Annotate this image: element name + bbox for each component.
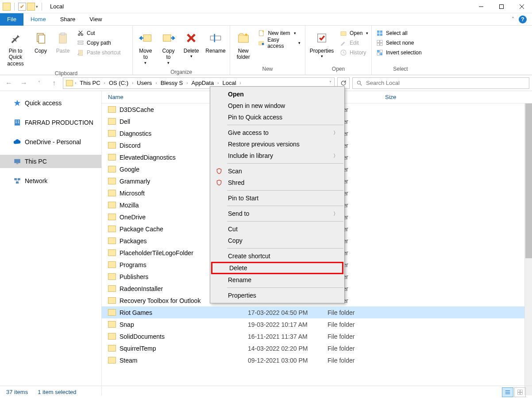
minimize-button[interactable] xyxy=(471,0,491,13)
ctx-pin-start[interactable]: Pin to Start xyxy=(210,192,344,204)
forward-button[interactable]: → xyxy=(18,77,30,89)
easy-access-button[interactable]: Easy access▾ xyxy=(255,38,303,48)
ctx-give-access[interactable]: Give access to〉 xyxy=(210,127,344,138)
ctx-open[interactable]: Open xyxy=(210,88,344,100)
ctx-properties[interactable]: Properties xyxy=(210,290,344,301)
svg-rect-60 xyxy=(520,392,523,394)
file-name: Mozilla xyxy=(120,202,139,209)
ctx-separator xyxy=(227,248,343,249)
ctx-pin-quick-access[interactable]: Pin to Quick access xyxy=(210,111,344,123)
copy-path-button[interactable]: Copy path xyxy=(74,38,123,48)
new-folder-button[interactable]: New folder xyxy=(232,28,254,61)
large-icons-view-button[interactable] xyxy=(514,387,526,397)
qat-properties-icon[interactable]: ✔ xyxy=(18,3,26,11)
folder-icon xyxy=(108,237,116,244)
tab-home[interactable]: Home xyxy=(23,13,53,26)
table-row[interactable]: Snap19-03-2022 10:17 AMFile folder xyxy=(102,318,532,330)
scroll-thumb[interactable] xyxy=(525,103,532,258)
ctx-rename[interactable]: Rename xyxy=(210,274,344,286)
breadcrumb[interactable]: Users xyxy=(135,80,154,86)
paste-shortcut-button[interactable]: Paste shortcut xyxy=(74,48,123,57)
address-dropdown-icon[interactable]: ˅ xyxy=(329,80,332,85)
delete-button[interactable]: Delete▾ xyxy=(180,28,202,60)
ribbon-group-label: Select xyxy=(373,64,428,75)
ribbon-group-clipboard: Pin to Quick access Copy Paste Cut Copy … xyxy=(0,26,133,75)
folder-icon xyxy=(108,333,116,340)
ctx-copy[interactable]: Copy xyxy=(210,235,344,246)
select-none-button[interactable]: Select none xyxy=(374,38,424,48)
back-button[interactable]: ← xyxy=(3,77,15,89)
select-all-button[interactable]: Select all xyxy=(374,28,424,38)
rename-button[interactable]: Rename xyxy=(203,28,228,55)
ctx-include-library[interactable]: Include in library〉 xyxy=(210,150,344,161)
folder-icon xyxy=(108,345,116,352)
paste-button[interactable]: Paste xyxy=(52,28,73,55)
scrollbar[interactable] xyxy=(524,103,532,395)
table-row[interactable]: Steam09-12-2021 03:00 PMFile folder xyxy=(102,354,532,366)
breadcrumb[interactable]: This PC xyxy=(78,80,102,86)
close-button[interactable] xyxy=(512,0,532,13)
folder-icon xyxy=(108,118,116,125)
ribbon-group-open: Properties▾ Open▾ Edit History Open xyxy=(305,26,372,75)
ctx-create-shortcut[interactable]: Create shortcut xyxy=(210,250,344,262)
ctx-send-to[interactable]: Send to〉 xyxy=(210,208,344,219)
properties-button[interactable]: Properties▾ xyxy=(307,28,336,60)
sidebar-item-this-pc[interactable]: This PC xyxy=(0,155,101,168)
qat-dropdown-icon[interactable]: ▾ xyxy=(36,4,38,9)
search-input[interactable]: Search Local xyxy=(352,77,529,89)
copy-to-button[interactable]: Copy to▾ xyxy=(158,28,180,66)
copy-button[interactable]: Copy xyxy=(30,28,51,55)
file-name: ElevatedDiagnostics xyxy=(120,154,176,161)
folder-icon xyxy=(108,261,116,268)
table-row[interactable]: SquirrelTemp14-03-2022 02:20 PMFile fold… xyxy=(102,342,532,354)
up-button[interactable]: ↑ xyxy=(48,77,60,89)
ctx-open-new-window[interactable]: Open in new window xyxy=(210,100,344,111)
ribbon-group-organize: Move to▾ Copy to▾ Delete▾ Rename Organiz… xyxy=(133,26,230,75)
ctx-restore-versions[interactable]: Restore previous versions xyxy=(210,138,344,150)
details-view-button[interactable] xyxy=(502,387,513,397)
svg-rect-19 xyxy=(210,36,220,40)
history-button[interactable]: History xyxy=(337,48,371,57)
tab-share[interactable]: Share xyxy=(53,13,83,26)
table-row[interactable]: SolidDocuments16-11-2021 11:37 AMFile fo… xyxy=(102,330,532,342)
qat-folder-icon[interactable] xyxy=(27,3,35,11)
maximize-button[interactable] xyxy=(491,0,512,13)
column-size[interactable]: Size xyxy=(385,94,532,100)
svg-rect-59 xyxy=(518,392,520,394)
sidebar-item-quick-access[interactable]: Quick access xyxy=(0,96,101,110)
breadcrumb[interactable]: OS (C:) xyxy=(107,80,130,86)
pin-to-quick-access-button[interactable]: Pin to Quick access xyxy=(2,28,29,68)
file-name: Publishers xyxy=(120,273,148,280)
collapse-ribbon-icon[interactable]: ˄ xyxy=(512,16,514,23)
edit-button[interactable]: Edit xyxy=(337,38,371,48)
sidebar-item-farrad[interactable]: FARRAD PRODUCTION xyxy=(0,116,101,129)
file-type: File folder xyxy=(328,309,385,316)
svg-rect-16 xyxy=(163,35,171,42)
move-to-button[interactable]: Move to▾ xyxy=(135,28,157,66)
breadcrumb[interactable]: Blessy S xyxy=(159,80,185,86)
sidebar-item-onedrive[interactable]: OneDrive - Personal xyxy=(0,135,101,149)
status-bar: 37 items 1 item selected xyxy=(0,386,532,398)
ctx-cut[interactable]: Cut xyxy=(210,223,344,235)
file-name: RadeonInstaller xyxy=(120,285,163,292)
file-name: SolidDocuments xyxy=(120,333,165,340)
ribbon-group-new: New folder New item▾ Easy access▾ New xyxy=(230,26,305,75)
recent-dropdown-icon[interactable]: ˅ xyxy=(33,77,45,89)
invert-selection-button[interactable]: Invert selection xyxy=(374,48,424,57)
table-row[interactable]: Riot Games17-03-2022 04:50 PMFile folder xyxy=(102,306,532,318)
open-button[interactable]: Open▾ xyxy=(337,28,371,38)
ctx-delete[interactable]: Delete xyxy=(211,262,343,274)
svg-rect-38 xyxy=(377,53,379,55)
help-icon[interactable]: ? xyxy=(519,15,527,23)
breadcrumb[interactable]: Local xyxy=(220,80,238,86)
ribbon: Pin to Quick access Copy Paste Cut Copy … xyxy=(0,26,532,75)
tab-file[interactable]: File xyxy=(0,13,23,26)
breadcrumb[interactable]: AppData xyxy=(190,80,216,86)
tab-view[interactable]: View xyxy=(82,13,109,26)
file-name: Snap xyxy=(120,321,134,328)
svg-rect-35 xyxy=(380,43,382,46)
ctx-scan[interactable]: Scan xyxy=(210,165,344,177)
sidebar-item-network[interactable]: Network xyxy=(0,174,101,188)
cut-button[interactable]: Cut xyxy=(74,28,123,38)
ctx-shred[interactable]: Shred xyxy=(210,177,344,188)
